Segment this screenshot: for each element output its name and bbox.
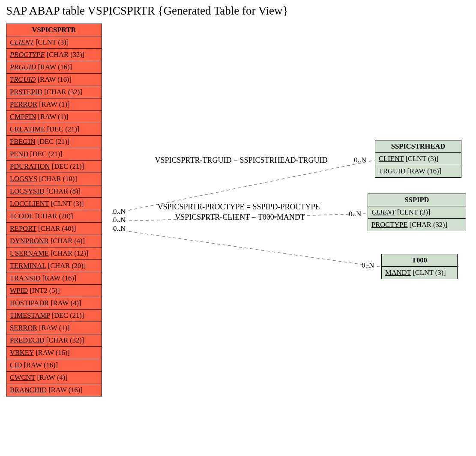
field-name: TRANSID <box>10 274 41 282</box>
field-type: [DEC (21)] <box>30 150 63 158</box>
field-type: [DEC (21)] <box>52 311 84 319</box>
field-name: TRGUID <box>379 167 405 175</box>
field-name: TRGUID <box>10 75 36 83</box>
table-row: REPORT [CHAR (40)] <box>6 223 102 235</box>
join-condition-0: VSPICSPRTR-TRGUID = SSPICSTRHEAD-TRGUID <box>136 156 346 165</box>
table-sspicstrhead: SSPICSTRHEAD CLIENT [CLNT (3)] TRGUID [R… <box>375 140 461 178</box>
table-row: PROCTYPE [CHAR (32)] <box>368 219 466 231</box>
field-type: [CLNT (3)] <box>413 268 446 277</box>
field-name: CLIENT <box>10 38 34 46</box>
cardinality-right-2: 0..N <box>362 261 374 270</box>
field-type: [INT2 (5)] <box>30 286 60 295</box>
table-header: SSPICSTRHEAD <box>375 140 461 153</box>
svg-line-2 <box>112 229 381 267</box>
field-name: DYNPRONR <box>10 237 49 245</box>
field-name: LOGSYS <box>10 175 37 183</box>
field-type: [CHAR (32)] <box>46 336 84 344</box>
field-name: TERMINAL <box>10 262 46 270</box>
field-type: [RAW (16)] <box>407 167 441 175</box>
field-type: [RAW (16)] <box>24 361 58 369</box>
table-header: T000 <box>382 254 457 267</box>
field-type: [RAW (1)] <box>38 113 69 121</box>
field-name: PBEGIN <box>10 137 36 146</box>
table-t000: T000 MANDT [CLNT (3)] <box>381 254 458 279</box>
cardinality-right-0: 0..N <box>354 156 366 164</box>
field-type: [RAW (4)] <box>37 373 67 381</box>
field-type: [CHAR (12)] <box>51 249 88 257</box>
table-row: TERMINAL [CHAR (20)] <box>6 260 102 272</box>
field-type: [RAW (16)] <box>48 386 82 394</box>
table-row: CWCNT [RAW (4)] <box>6 372 102 384</box>
table-row: PRSTEPID [CHAR (32)] <box>6 86 102 98</box>
table-row: LOGSYS [CHAR (10)] <box>6 173 102 185</box>
cardinality-right-1: 0..N <box>349 210 361 218</box>
table-row: TIMESTAMP [DEC (21)] <box>6 310 102 322</box>
table-sspipd: SSPIPD CLIENT [CLNT (3)] PROCTYPE [CHAR … <box>368 194 466 231</box>
table-row: LOCCLIENT [CLNT (3)] <box>6 198 102 210</box>
table-row: VBKEY [RAW (16)] <box>6 347 102 359</box>
table-row: PREDECID [CHAR (32)] <box>6 334 102 347</box>
field-name: MANDT <box>385 268 411 277</box>
field-name: LOCCLIENT <box>10 200 49 208</box>
field-type: [RAW (1)] <box>39 100 69 108</box>
field-type: [DEC (21)] <box>37 137 70 146</box>
table-row: CLIENT [CLNT (3)] <box>6 36 102 49</box>
table-row: WPID [INT2 (5)] <box>6 285 102 297</box>
field-type: [CHAR (4)] <box>51 237 85 245</box>
table-vspicsprtr: VSPICSPRTR CLIENT [CLNT (3)]PROCTYPE [CH… <box>6 24 102 396</box>
field-type: [CLNT (3)] <box>51 200 84 208</box>
table-row: PRGUID [RAW (16)] <box>6 61 102 74</box>
field-name: CLIENT <box>379 155 404 163</box>
table-row: PROCTYPE [CHAR (32)] <box>6 49 102 61</box>
table-row: PBEGIN [DEC (21)] <box>6 136 102 148</box>
field-name: VBKEY <box>10 349 34 357</box>
table-row: TCODE [CHAR (20)] <box>6 210 102 223</box>
table-row: CMPFIN [RAW (1)] <box>6 111 102 123</box>
field-name: TCODE <box>10 212 33 220</box>
table-row: USERNAME [CHAR (12)] <box>6 247 102 260</box>
field-type: [CHAR (40)] <box>38 224 76 232</box>
field-name: PDURATION <box>10 162 50 170</box>
field-name: LOCSYSID <box>10 187 45 195</box>
field-name: BRANCHID <box>10 386 47 394</box>
field-type: [CLNT (3)] <box>405 155 438 163</box>
field-type: [RAW (4)] <box>51 299 81 307</box>
field-name: PERROR <box>10 100 37 108</box>
cardinality-left-0: 0..N <box>113 207 126 216</box>
field-name: REPORT <box>10 224 36 232</box>
field-name: WPID <box>10 286 28 295</box>
table-row: TRGUID [RAW (16)] <box>6 74 102 86</box>
cardinality-left-1: 0..N <box>113 216 126 224</box>
field-name: CLIENT <box>371 208 395 216</box>
field-name: CMPFIN <box>10 113 36 121</box>
field-type: [CHAR (8)] <box>46 187 81 195</box>
table-row: PDURATION [DEC (21)] <box>6 161 102 173</box>
table-row: CID [RAW (16)] <box>6 359 102 372</box>
table-header: VSPICSPRTR <box>6 24 102 36</box>
field-type: [RAW (16)] <box>36 349 69 357</box>
field-name: PEND <box>10 150 28 158</box>
field-type: [CHAR (32)] <box>44 88 82 96</box>
field-type: [RAW (16)] <box>38 75 72 83</box>
table-row: HOSTIPADR [RAW (4)] <box>6 297 102 310</box>
field-name: HOSTIPADR <box>10 299 49 307</box>
table-row: CREATIME [DEC (21)] <box>6 123 102 136</box>
join-condition-1: VSPICSPRTR-PROCTYPE = SSPIPD-PROCTYPE <box>142 203 335 212</box>
diagram-canvas: SAP ABAP table VSPICSPRTR {Generated Tab… <box>0 0 476 456</box>
field-name: TIMESTAMP <box>10 311 50 319</box>
field-type: [CHAR (32)] <box>47 51 84 59</box>
field-type: [CLNT (3)] <box>36 38 69 46</box>
table-header: SSPIPD <box>368 194 466 206</box>
field-type: [CHAR (20)] <box>48 262 86 270</box>
field-type: [RAW (16)] <box>42 274 76 282</box>
field-type: [RAW (16)] <box>38 63 72 71</box>
field-type: [RAW (1)] <box>39 324 69 332</box>
field-type: [CHAR (32)] <box>409 221 447 229</box>
field-name: PRGUID <box>10 63 36 71</box>
table-row: BRANCHID [RAW (16)] <box>6 384 102 396</box>
field-type: [DEC (21)] <box>47 125 80 133</box>
field-name: SERROR <box>10 324 37 332</box>
table-row: LOCSYSID [CHAR (8)] <box>6 185 102 198</box>
field-name: PRSTEPID <box>10 88 42 96</box>
cardinality-left-2: 0..N <box>113 224 126 233</box>
